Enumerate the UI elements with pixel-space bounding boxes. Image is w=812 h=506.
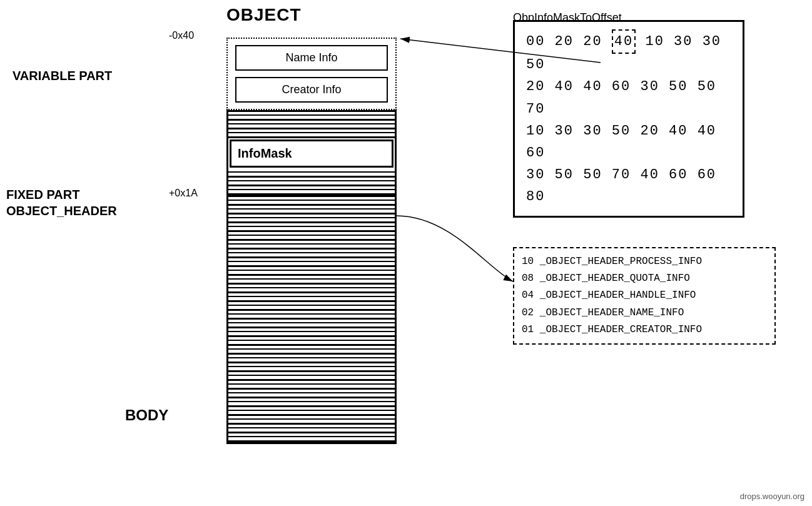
stripe-row-6 bbox=[228, 186, 395, 195]
body-stripe-7 bbox=[228, 250, 395, 258]
flags-list: 10 _OBJECT_HEADER_PROCESS_INFO 08 _OBJEC… bbox=[522, 253, 767, 338]
body-stripe-14 bbox=[228, 311, 395, 320]
flag-quota-info: 08 _OBJECT_HEADER_QUOTA_INFO bbox=[522, 270, 767, 287]
body-stripe-22 bbox=[228, 381, 395, 390]
body-stripe-4 bbox=[228, 223, 395, 232]
body-stripe-9 bbox=[228, 267, 395, 276]
stripe-row-2 bbox=[228, 121, 395, 129]
variable-part-section: Name Info Creator Info bbox=[226, 38, 397, 110]
stripe-row-5 bbox=[228, 178, 395, 186]
object-title: OBJECT bbox=[226, 5, 302, 25]
main-structure: Name Info Creator Info InfoMask bbox=[226, 38, 397, 444]
watermark: drops.wooyun.org bbox=[740, 492, 804, 501]
body-stripe-13 bbox=[228, 302, 395, 311]
body-stripe-5 bbox=[228, 232, 395, 241]
body-stripe-3 bbox=[228, 215, 395, 223]
obp-grid: 00 20 20 40 10 30 30 50 20 40 40 60 30 5… bbox=[526, 29, 731, 208]
body-stripe-11 bbox=[228, 285, 395, 293]
body-stripe-16 bbox=[228, 328, 395, 337]
body-stripe-12 bbox=[228, 293, 395, 302]
body-stripe-18 bbox=[228, 346, 395, 355]
body-stripe-28 bbox=[228, 433, 395, 442]
stripe-row-3 bbox=[228, 129, 395, 138]
body-stripe-26 bbox=[228, 416, 395, 425]
body-stripe-1 bbox=[228, 197, 395, 206]
body-label: BODY bbox=[125, 407, 168, 424]
flags-box: 10 _OBJECT_HEADER_PROCESS_INFO 08 _OBJEC… bbox=[513, 247, 776, 345]
body-stripe-25 bbox=[228, 407, 395, 416]
obp-row-2: 20 40 40 60 30 50 50 70 bbox=[526, 76, 731, 119]
creator-info-box: Creator Info bbox=[235, 77, 388, 103]
flag-handle-info: 04 _OBJECT_HEADER_HANDLE_INFO bbox=[522, 287, 767, 304]
body-stripe-23 bbox=[228, 390, 395, 398]
stripe-row-4 bbox=[228, 169, 395, 178]
body-stripe-6 bbox=[228, 241, 395, 250]
body-stripe-19 bbox=[228, 355, 395, 363]
variable-part-label: VARIABLE PART bbox=[13, 69, 112, 83]
flag-process-info: 10 _OBJECT_HEADER_PROCESS_INFO bbox=[522, 253, 767, 270]
body-section bbox=[226, 197, 397, 444]
stripe-row-1 bbox=[228, 112, 395, 121]
obp-row-3: 10 30 30 50 20 40 40 60 bbox=[526, 120, 731, 164]
body-stripe-21 bbox=[228, 372, 395, 381]
obp-box: 00 20 20 40 10 30 30 50 20 40 40 60 30 5… bbox=[513, 20, 744, 218]
flag-creator-info: 01 _OBJECT_HEADER_CREATOR_INFO bbox=[522, 321, 767, 338]
body-stripe-17 bbox=[228, 337, 395, 346]
obp-row-4: 30 50 50 70 40 60 60 80 bbox=[526, 164, 731, 208]
name-info-box: Name Info bbox=[235, 45, 388, 71]
obp-row-1: 00 20 20 40 10 30 30 50 bbox=[526, 29, 731, 76]
fixed-part-label: FIXED PART OBJECT_HEADER bbox=[6, 186, 117, 219]
highlight-40: 40 bbox=[612, 29, 636, 54]
body-stripe-20 bbox=[228, 363, 395, 372]
body-stripe-8 bbox=[228, 258, 395, 267]
body-stripe-15 bbox=[228, 320, 395, 328]
infomask-box: InfoMask bbox=[230, 139, 393, 168]
body-stripe-10 bbox=[228, 276, 395, 285]
body-stripe-2 bbox=[228, 206, 395, 215]
flag-name-info: 02 _OBJECT_HEADER_NAME_INFO bbox=[522, 305, 767, 321]
body-stripe-27 bbox=[228, 425, 395, 433]
body-stripe-24 bbox=[228, 398, 395, 407]
fixed-part-section: InfoMask bbox=[226, 110, 397, 197]
offset-fixed-label: +0x1A bbox=[169, 188, 198, 199]
offset-top-label: -0x40 bbox=[169, 30, 194, 41]
